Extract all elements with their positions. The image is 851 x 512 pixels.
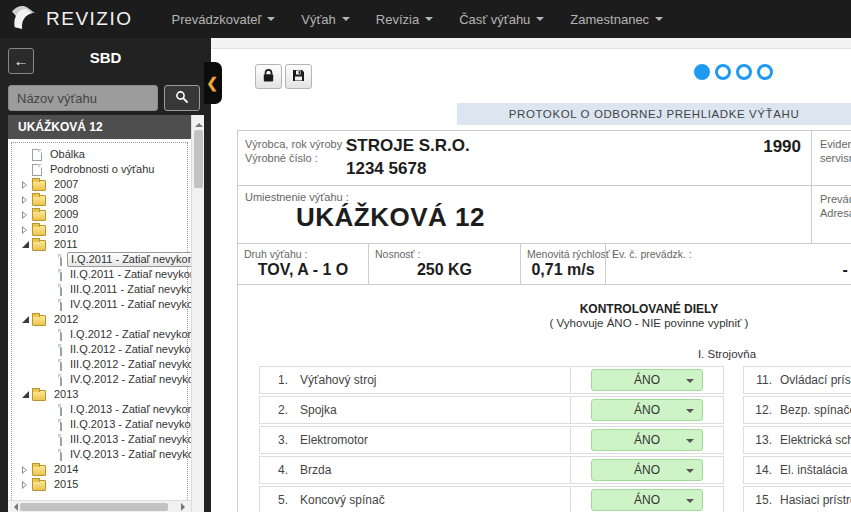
item-number: 14. <box>754 463 772 477</box>
item-label: Brzda <box>300 463 331 477</box>
menu-item-label: Zamestnanec <box>570 12 649 27</box>
page-dot[interactable] <box>694 64 710 80</box>
brand[interactable]: REVIZIO <box>0 0 147 38</box>
tree-node[interactable]: 2009 <box>12 207 191 222</box>
tree-node[interactable]: III.Q.2013 - Zatiaľ nevykonaná <box>12 432 191 447</box>
tree-node[interactable]: IV.Q.2011 - Zatiaľ nevykonaná <box>12 297 191 312</box>
protocol-form: Výrobca, rok výroby : Výrobné číslo : ST… <box>237 130 851 512</box>
tree-node[interactable]: 2012 <box>12 312 191 327</box>
checklist-row: 11. Ovládací prístroj <box>743 366 851 394</box>
tree-node[interactable]: III.Q.2011 - Zatiaľ nevykonaná <box>12 282 191 297</box>
answer-cell: ÁNO <box>570 397 723 423</box>
menu-item[interactable]: Časť výťahu <box>446 0 557 38</box>
scroll-up-arrow-icon[interactable] <box>195 119 203 127</box>
item-label: El. inštalácia <box>780 463 847 477</box>
checklist-row: 2. Spojka ÁNO <box>259 396 724 424</box>
tree-node-icon <box>32 315 46 326</box>
answer-select[interactable]: ÁNO <box>591 459 703 481</box>
horizontal-scrollbar[interactable] <box>8 500 191 512</box>
checklist-row: 13. Elektrická schéma <box>743 426 851 454</box>
checklist-row: 14. El. inštalácia <box>743 456 851 484</box>
menu-item[interactable]: Revízia <box>363 0 446 38</box>
item-label: Spojka <box>300 403 337 417</box>
search-icon <box>175 90 189 107</box>
answer-select[interactable]: ÁNO <box>591 489 703 511</box>
tree-node-label: Podrobnosti o výťahu <box>47 163 157 176</box>
item-label: Elektromotor <box>300 433 368 447</box>
tree-node-icon <box>60 284 62 296</box>
sidebar-collapse-handle[interactable]: ❮ <box>204 62 222 104</box>
tree-node[interactable]: IV.Q.2013 - Zatiaľ nevykonaná <box>12 447 191 462</box>
spec-label: Ev. č. prevádzk. : <box>612 248 851 260</box>
scroll-right-arrow-icon[interactable] <box>181 503 189 511</box>
tree-node[interactable]: 2010 <box>12 222 191 237</box>
tree-expander-icon[interactable] <box>20 195 32 205</box>
page-dot[interactable] <box>757 64 773 80</box>
checklist-item: 11. Ovládací prístroj <box>744 367 851 393</box>
tree-expander-icon[interactable] <box>20 390 32 400</box>
horizontal-scrollbar-thumb[interactable] <box>20 503 168 511</box>
location-value: UKÁŽKOVÁ 12 <box>296 202 485 233</box>
menu-item[interactable]: Prevádzkovateľ <box>159 0 289 38</box>
tree-expander-icon[interactable] <box>20 465 32 475</box>
tree-expander-icon[interactable] <box>20 315 32 325</box>
answer-select[interactable]: ÁNO <box>591 369 703 391</box>
tree-node[interactable]: I.Q.2013 - Zatiaľ nevykonaná <box>12 402 191 417</box>
answer-select[interactable]: ÁNO <box>591 429 703 451</box>
tree-expander-icon[interactable] <box>20 480 32 490</box>
checklist-item: 12. Bezp. spínače a ovl <box>744 397 851 423</box>
specs-row: Druh výťahu : TOV, A - 1 O Nosnosť : 250… <box>238 244 851 285</box>
tree-node[interactable]: 2008 <box>12 192 191 207</box>
tree-node[interactable]: III.Q.2012 - Zatiaľ nevykonaná <box>12 357 191 372</box>
tree-node[interactable]: II.Q.2013 - Zatiaľ nevykonaná <box>12 417 191 432</box>
tree-node-label: 2014 <box>51 463 81 476</box>
tree-expander-icon[interactable] <box>20 225 32 235</box>
item-number: 3. <box>270 433 288 447</box>
answer-value: ÁNO <box>634 433 660 447</box>
tree-node[interactable]: 2013 <box>12 387 191 402</box>
answer-select[interactable]: ÁNO <box>591 399 703 421</box>
page-dot[interactable] <box>736 64 752 80</box>
spec-cell: Ev. č. prevádzk. : - <box>605 244 851 284</box>
scroll-left-arrow-icon[interactable] <box>10 503 18 511</box>
tree-node[interactable]: 2015 <box>12 477 191 492</box>
item-number: 1. <box>270 373 288 387</box>
tree-expander-icon[interactable] <box>20 150 32 160</box>
chevron-down-icon <box>686 469 694 477</box>
item-number: 4. <box>270 463 288 477</box>
tree-node[interactable]: Podrobnosti o výťahu <box>12 162 191 177</box>
checklist-row: 1. Výťahový stroj ÁNO <box>259 366 724 394</box>
document-tree: Obálka Podrobnosti o výťahu 2007 <box>12 147 191 492</box>
tree-node[interactable]: 2014 <box>12 462 191 477</box>
menu-item[interactable]: Výťah <box>288 0 363 38</box>
tree-node[interactable]: Obálka <box>12 147 191 162</box>
elevator-list-header[interactable]: UKÁŽKOVÁ 12 <box>8 115 191 139</box>
tree-node[interactable]: IV.Q.2012 - Zatiaľ nevykonaná <box>12 372 191 387</box>
tree-expander-icon[interactable] <box>20 240 32 250</box>
section-label: I. Strojovňa <box>698 348 756 360</box>
tree-node[interactable]: I.Q.2011 - Zatiaľ nevykonaná <box>12 252 191 267</box>
tree-node-icon <box>32 210 46 221</box>
vertical-scrollbar[interactable] <box>191 115 204 512</box>
tree-node[interactable]: II.Q.2012 - Zatiaľ nevykonaná <box>12 342 191 357</box>
search-input[interactable] <box>8 85 158 111</box>
save-button[interactable] <box>285 64 312 89</box>
tree-node-label: IV.Q.2013 - Zatiaľ nevykonaná <box>67 448 191 461</box>
tree-node-icon <box>32 225 46 236</box>
vertical-scrollbar-thumb[interactable] <box>194 130 203 188</box>
tree-expander-icon[interactable] <box>20 165 32 175</box>
menu-item[interactable]: Zamestnanec <box>557 0 676 38</box>
search-button[interactable] <box>164 85 200 111</box>
tree-node[interactable]: II.Q.2011 - Zatiaľ nevykonaná <box>12 267 191 282</box>
lock-button[interactable] <box>255 64 282 89</box>
spec-cell: Menovitá rýchlosť : 0,71 m/s <box>520 244 605 284</box>
tree-node[interactable]: I.Q.2012 - Zatiaľ nevykonaná <box>12 327 191 342</box>
tree-node-icon <box>60 269 62 281</box>
page-dot[interactable] <box>715 64 731 80</box>
tree-node-icon <box>60 329 62 341</box>
tree-node[interactable]: 2011 <box>12 237 191 252</box>
tree-node[interactable]: 2007 <box>12 177 191 192</box>
tree-expander-icon[interactable] <box>20 210 32 220</box>
tree-expander-icon[interactable] <box>20 180 32 190</box>
chevron-down-icon <box>686 379 694 387</box>
